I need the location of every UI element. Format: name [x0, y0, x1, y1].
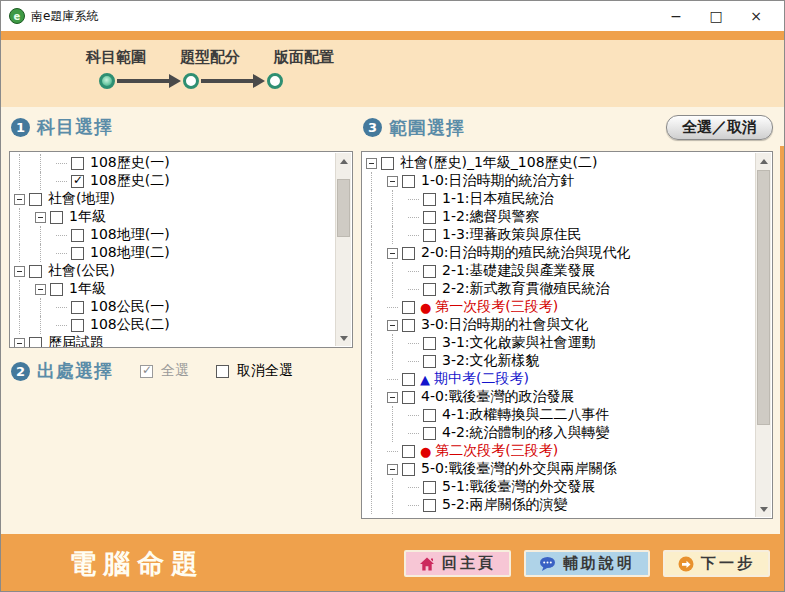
tree-item[interactable]: 5-2:兩岸關係的演變 [366, 496, 752, 514]
checkbox[interactable] [402, 373, 415, 386]
collapse-minus-icon[interactable] [366, 158, 377, 169]
checkbox[interactable] [402, 445, 415, 458]
tree-item[interactable]: 108地理(一) [14, 226, 332, 244]
title-bar: e 南e題庫系統 − □ × [1, 1, 784, 31]
checkbox[interactable] [402, 301, 415, 314]
tree-item[interactable]: 1-1:日本殖民統治 [366, 190, 752, 208]
checkbox[interactable] [423, 481, 436, 494]
tree-item[interactable]: 4-2:統治體制的移入與轉變 [366, 424, 752, 442]
select-toggle-button[interactable]: 全選／取消 [666, 115, 773, 140]
tree-item[interactable]: 社會(公民) [14, 262, 332, 280]
app-window: e 南e題庫系統 − □ × 科目範圍 題型配分 版面配置 [0, 0, 785, 592]
tree-item[interactable]: 5-1:戰後臺灣的外交發展 [366, 478, 752, 496]
checkbox[interactable] [423, 265, 436, 278]
wizard-steps: 科目範圍 題型配分 版面配置 [69, 48, 351, 89]
subject-tree-scrollbar[interactable] [335, 153, 351, 346]
tree-item[interactable]: 2-2:新式教育貫徹殖民統治 [366, 280, 752, 298]
home-button[interactable]: 回主頁 [404, 550, 511, 577]
tree-item[interactable]: 社會(地理) [14, 190, 332, 208]
tree-item[interactable]: 108歷史(一) [14, 154, 332, 172]
tree-item[interactable]: 1-2:總督與警察 [366, 208, 752, 226]
checkbox[interactable] [71, 301, 84, 314]
scroll-down-icon[interactable] [756, 501, 772, 517]
select-all-checkbox[interactable] [140, 365, 153, 378]
checkbox[interactable] [71, 157, 84, 170]
checkbox[interactable] [71, 319, 84, 332]
tree-item[interactable]: 1年級 [14, 208, 332, 226]
help-button[interactable]: 輔助說明 [524, 550, 650, 577]
scrollbar-thumb[interactable] [757, 170, 770, 425]
checkbox[interactable] [402, 247, 415, 260]
tree-item[interactable]: ●第二次段考(三段考) [366, 442, 752, 460]
step-arrow-2 [201, 79, 253, 83]
collapse-minus-icon[interactable] [387, 176, 398, 187]
checkbox[interactable] [423, 499, 436, 512]
checkbox[interactable] [423, 193, 436, 206]
checkbox[interactable] [423, 355, 436, 368]
tree-item[interactable]: 5-0:戰後臺灣的外交與兩岸關係 [366, 460, 752, 478]
checkbox[interactable] [50, 283, 63, 296]
tree-item[interactable]: 108公民(二) [14, 316, 332, 334]
checkbox[interactable] [423, 409, 436, 422]
scrollbar-thumb[interactable] [337, 179, 350, 237]
checkbox[interactable] [71, 229, 84, 242]
checkbox[interactable] [423, 337, 436, 350]
checkbox[interactable] [71, 247, 84, 260]
tree-item[interactable]: 4-1:政權轉換與二二八事件 [366, 406, 752, 424]
tree-item[interactable]: 1-3:理蕃政策與原住民 [366, 226, 752, 244]
source-selection-title: 出處選擇 [37, 359, 113, 383]
minimize-button[interactable]: − [656, 2, 696, 30]
scroll-down-icon[interactable] [336, 330, 352, 346]
deselect-all-checkbox[interactable] [216, 365, 229, 378]
tree-item[interactable]: 歷屆試題 [14, 334, 332, 348]
tree-item[interactable]: ●第一次段考(三段考) [366, 298, 752, 316]
collapse-minus-icon[interactable] [14, 194, 25, 205]
maximize-button[interactable]: □ [696, 2, 736, 30]
collapse-minus-icon[interactable] [35, 212, 46, 223]
tree-item[interactable]: 108地理(二) [14, 244, 332, 262]
tree-item[interactable]: 3-1:文化啟蒙與社會運動 [366, 334, 752, 352]
checkbox[interactable] [423, 427, 436, 440]
tree-item[interactable]: 1-0:日治時期的統治方針 [366, 172, 752, 190]
tree-item[interactable]: 社會(歷史)_1年級_108歷史(二) [366, 154, 752, 172]
tree-item[interactable]: 4-0:戰後臺灣的政治發展 [366, 388, 752, 406]
collapse-minus-icon[interactable] [14, 266, 25, 277]
deselect-all-checkbox-group[interactable]: 取消全選 [215, 362, 293, 380]
collapse-minus-icon[interactable] [35, 284, 46, 295]
checkbox[interactable] [29, 337, 42, 349]
collapse-minus-icon[interactable] [387, 248, 398, 259]
scroll-up-icon[interactable] [756, 153, 772, 169]
tree-item[interactable]: 108公民(一) [14, 298, 332, 316]
checkbox[interactable] [423, 283, 436, 296]
checkbox[interactable] [50, 211, 63, 224]
range-tree-scrollbar[interactable] [755, 153, 771, 517]
checkbox[interactable] [402, 319, 415, 332]
next-step-button[interactable]: 下一步 [663, 550, 770, 577]
scroll-up-icon[interactable] [336, 153, 352, 169]
select-all-checkbox-group[interactable]: 全選 [139, 362, 189, 380]
next-arrow-icon [678, 556, 694, 572]
collapse-minus-icon[interactable] [387, 464, 398, 475]
collapse-minus-icon[interactable] [387, 392, 398, 403]
tree-item[interactable]: 3-2:文化新樣貌 [366, 352, 752, 370]
checkbox[interactable] [423, 229, 436, 242]
tree-item[interactable]: 2-0:日治時期的殖民統治與現代化 [366, 244, 752, 262]
checkbox[interactable] [29, 265, 42, 278]
checkbox[interactable] [381, 157, 394, 170]
checkbox[interactable] [71, 175, 84, 188]
checkbox[interactable] [402, 463, 415, 476]
collapse-minus-icon[interactable] [14, 338, 25, 349]
collapse-minus-icon[interactable] [387, 320, 398, 331]
checkbox[interactable] [402, 391, 415, 404]
checkbox[interactable] [402, 175, 415, 188]
tree-item[interactable]: 108歷史(二) [14, 172, 332, 190]
close-button[interactable]: × [736, 2, 776, 30]
tree-item[interactable]: 3-0:日治時期的社會與文化 [366, 316, 752, 334]
tree-item[interactable]: 2-1:基礎建設與產業發展 [366, 262, 752, 280]
item-label: 1年級 [69, 280, 106, 298]
item-label: 108公民(一) [90, 298, 170, 316]
tree-item[interactable]: 1年級 [14, 280, 332, 298]
tree-item[interactable]: ▲期中考(二段考) [366, 370, 752, 388]
checkbox[interactable] [423, 211, 436, 224]
checkbox[interactable] [29, 193, 42, 206]
